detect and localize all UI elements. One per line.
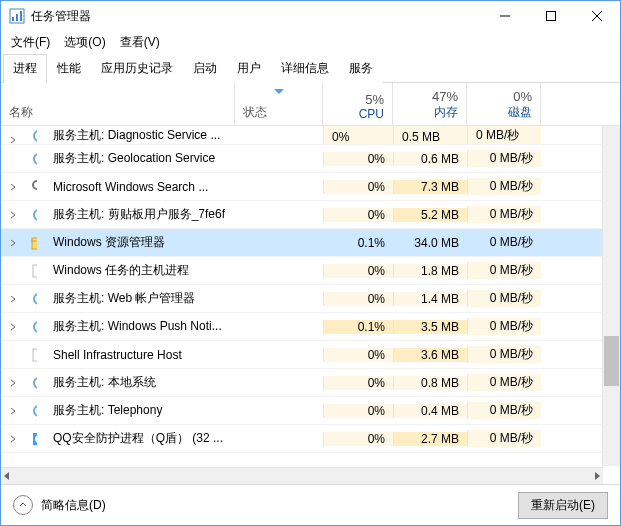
footer: 简略信息(D) 重新启动(E) bbox=[1, 484, 620, 525]
disk-value: 0 MB/秒 bbox=[467, 346, 541, 363]
scroll-right-icon[interactable] bbox=[593, 472, 601, 480]
svg-point-8 bbox=[34, 131, 37, 141]
process-row[interactable]: 服务主机: Telephony0%0.4 MB0 MB/秒 bbox=[1, 397, 620, 425]
process-row[interactable]: Shell Infrastructure Host0%3.6 MB0 MB/秒 bbox=[1, 341, 620, 369]
mem-value: 5.2 MB bbox=[393, 208, 467, 222]
expand-toggle[interactable] bbox=[1, 211, 23, 219]
disk-value: 0 MB/秒 bbox=[467, 430, 541, 447]
expand-toggle[interactable] bbox=[1, 183, 23, 191]
disk-value: 0 MB/秒 bbox=[467, 150, 541, 167]
process-icon bbox=[23, 207, 45, 223]
tabstrip: 进程性能应用历史记录启动用户详细信息服务 bbox=[1, 53, 620, 83]
tab-5[interactable]: 详细信息 bbox=[271, 54, 339, 83]
tab-4[interactable]: 用户 bbox=[227, 54, 271, 83]
cpu-value: 0% bbox=[323, 376, 393, 390]
close-button[interactable] bbox=[574, 1, 620, 31]
expand-toggle[interactable] bbox=[1, 435, 23, 443]
column-headers: 名称 状态 5%CPU 47%内存 0%磁盘 bbox=[1, 83, 620, 126]
tab-1[interactable]: 性能 bbox=[47, 54, 91, 83]
header-mem[interactable]: 47%内存 bbox=[393, 83, 467, 125]
fewer-details-toggle[interactable]: 简略信息(D) bbox=[13, 495, 106, 515]
menu-view[interactable]: 查看(V) bbox=[120, 34, 160, 51]
horizontal-scrollbar[interactable] bbox=[1, 467, 603, 484]
process-row[interactable]: 服务主机: Diagnostic Service ...0%0.5 MB0 MB… bbox=[1, 126, 620, 145]
window-title: 任务管理器 bbox=[31, 8, 91, 25]
process-icon bbox=[23, 431, 45, 447]
process-row[interactable]: 服务主机: 本地系统0%0.8 MB0 MB/秒 bbox=[1, 369, 620, 397]
menubar: 文件(F) 选项(O) 查看(V) bbox=[1, 31, 620, 53]
disk-value: 0 MB/秒 bbox=[467, 234, 541, 251]
expand-toggle[interactable] bbox=[1, 323, 23, 331]
process-row[interactable]: 服务主机: Web 帐户管理器0%1.4 MB0 MB/秒 bbox=[1, 285, 620, 313]
process-icon bbox=[23, 291, 45, 307]
svg-rect-17 bbox=[32, 238, 37, 241]
process-name: Windows 任务的主机进程 bbox=[45, 262, 235, 279]
tab-0[interactable]: 进程 bbox=[3, 54, 47, 83]
expand-toggle[interactable] bbox=[1, 126, 23, 144]
sort-indicator-icon bbox=[274, 89, 284, 94]
process-name: 服务主机: Telephony bbox=[45, 402, 235, 419]
disk-value: 0 MB/秒 bbox=[467, 178, 541, 195]
process-status bbox=[235, 126, 323, 144]
disk-value: 0 MB/秒 bbox=[467, 126, 541, 144]
expand-toggle[interactable] bbox=[1, 407, 23, 415]
minimize-button[interactable] bbox=[482, 1, 528, 31]
disk-value: 0 MB/秒 bbox=[467, 262, 541, 279]
mem-value: 0.4 MB bbox=[393, 404, 467, 418]
cpu-value: 0.1% bbox=[323, 236, 393, 250]
maximize-button[interactable] bbox=[528, 1, 574, 31]
header-status[interactable]: 状态 bbox=[235, 83, 323, 125]
disk-value: 0 MB/秒 bbox=[467, 318, 541, 335]
svg-point-26 bbox=[34, 406, 37, 416]
menu-file[interactable]: 文件(F) bbox=[11, 34, 50, 51]
process-row[interactable]: 服务主机: Geolocation Service0%0.6 MB0 MB/秒 bbox=[1, 145, 620, 173]
svg-point-21 bbox=[34, 322, 37, 332]
process-name: 服务主机: Diagnostic Service ... bbox=[45, 126, 235, 144]
header-name[interactable]: 名称 bbox=[1, 83, 235, 125]
cpu-value: 0% bbox=[323, 264, 393, 278]
svg-rect-23 bbox=[33, 349, 37, 361]
process-name: Windows 资源管理器 bbox=[45, 234, 235, 251]
vertical-scrollbar[interactable] bbox=[602, 126, 620, 466]
svg-rect-3 bbox=[20, 11, 22, 21]
mem-value: 0.8 MB bbox=[393, 376, 467, 390]
svg-point-12 bbox=[33, 181, 37, 189]
mem-value: 3.6 MB bbox=[393, 348, 467, 362]
restart-button[interactable]: 重新启动(E) bbox=[518, 492, 608, 519]
expand-toggle[interactable] bbox=[1, 239, 23, 247]
mem-value: 7.3 MB bbox=[393, 180, 467, 194]
cpu-value: 0% bbox=[323, 208, 393, 222]
cpu-value: 0.1% bbox=[323, 320, 393, 334]
cpu-value: 0% bbox=[323, 292, 393, 306]
process-row[interactable]: QQ安全防护进程（Q盾） (32 ...0%2.7 MB0 MB/秒 bbox=[1, 425, 620, 453]
disk-value: 0 MB/秒 bbox=[467, 374, 541, 391]
app-icon bbox=[9, 8, 25, 24]
titlebar[interactable]: 任务管理器 bbox=[1, 1, 620, 31]
mem-value: 34.0 MB bbox=[393, 236, 467, 250]
scroll-left-icon[interactable] bbox=[3, 472, 11, 480]
process-row[interactable]: Windows 任务的主机进程0%1.8 MB0 MB/秒 bbox=[1, 257, 620, 285]
process-row[interactable]: Microsoft Windows Search ...0%7.3 MB0 MB… bbox=[1, 173, 620, 201]
header-disk[interactable]: 0%磁盘 bbox=[467, 83, 541, 125]
svg-point-14 bbox=[34, 210, 37, 220]
mem-value: 0.6 MB bbox=[393, 152, 467, 166]
header-cpu[interactable]: 5%CPU bbox=[323, 83, 393, 125]
expand-toggle[interactable] bbox=[1, 379, 23, 387]
svg-point-24 bbox=[34, 378, 37, 388]
svg-rect-1 bbox=[12, 17, 14, 21]
process-row[interactable]: 服务主机: 剪贴板用户服务_7fe6f0%5.2 MB0 MB/秒 bbox=[1, 201, 620, 229]
process-row[interactable]: 服务主机: Windows Push Noti...0.1%3.5 MB0 MB… bbox=[1, 313, 620, 341]
process-name: Shell Infrastructure Host bbox=[45, 348, 235, 362]
disk-value: 0 MB/秒 bbox=[467, 402, 541, 419]
process-list: 服务主机: Diagnostic Service ...0%0.5 MB0 MB… bbox=[1, 126, 620, 484]
svg-point-19 bbox=[34, 294, 37, 304]
process-row[interactable]: Windows 资源管理器0.1%34.0 MB0 MB/秒 bbox=[1, 229, 620, 257]
tab-6[interactable]: 服务 bbox=[339, 54, 383, 83]
expand-toggle[interactable] bbox=[1, 295, 23, 303]
scrollbar-thumb[interactable] bbox=[604, 336, 619, 386]
tab-3[interactable]: 启动 bbox=[183, 54, 227, 83]
disk-value: 0 MB/秒 bbox=[467, 206, 541, 223]
menu-options[interactable]: 选项(O) bbox=[64, 34, 105, 51]
tab-2[interactable]: 应用历史记录 bbox=[91, 54, 183, 83]
process-name: QQ安全防护进程（Q盾） (32 ... bbox=[45, 430, 235, 447]
